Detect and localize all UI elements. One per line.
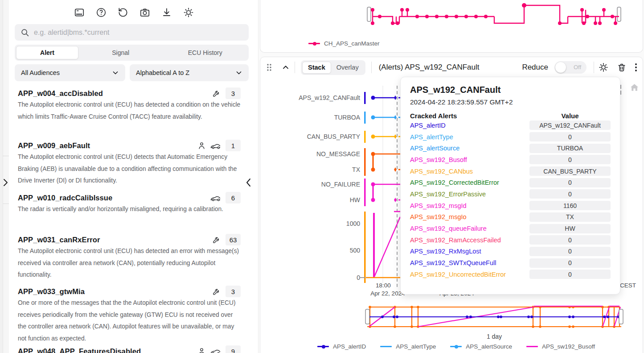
tab-alert[interactable]: Alert — [16, 46, 78, 59]
legend-marker — [450, 346, 462, 347]
person-icon — [197, 141, 206, 150]
legend-marker — [308, 43, 320, 44]
collapse-chevron-up-icon[interactable] — [281, 62, 291, 72]
tooltip-title: APS_w192_CANFault — [410, 85, 611, 95]
alert-chart-card: Stack Overlay (Alerts) APS_w192_CANFault… — [260, 57, 643, 353]
list-item[interactable]: APP_w033_gtwMia 3 One or more of the mes… — [18, 286, 241, 297]
chart-workspace: CH_APS_canMaster Stack Overlay (Alerts) … — [259, 0, 644, 353]
nav-handle-left[interactable] — [365, 309, 369, 324]
audience-dropdown[interactable]: All Audiences — [15, 64, 125, 81]
overlay-button[interactable]: Overlay — [331, 62, 364, 74]
chevron-down-icon — [112, 69, 119, 76]
kebab-menu-icon[interactable] — [635, 62, 637, 73]
drag-handle-icon[interactable] — [266, 62, 273, 72]
chart-header: Stack Overlay (Alerts) APS_w192_CANFault… — [260, 57, 643, 78]
search-icon — [20, 28, 30, 37]
alert-description: One or more of the messages that the the… — [18, 297, 241, 345]
collapse-panel-chevron-left-icon[interactable] — [244, 177, 254, 188]
tab-bar: Alert Signal ECU History — [15, 45, 249, 61]
range-handle-left[interactable] — [367, 7, 371, 21]
stack-overlay-toggle: Stack Overlay — [301, 60, 365, 75]
list-item[interactable]: APP_w031_canRxError 63 The Autopilot ele… — [18, 234, 241, 245]
rail-divider — [3, 203, 9, 204]
tooltip-row: APS_sw192_ErrorPassive0 — [410, 188, 611, 200]
reduce-label: Reduce — [522, 63, 548, 72]
tooltip-row: APS_alertSourceTURBOA — [410, 142, 611, 154]
alert-description: The radar is vertically and/or horizonta… — [18, 203, 241, 216]
range-handle-right[interactable] — [617, 7, 621, 21]
legend-label: APS_alertSource — [466, 343, 512, 350]
tooltip-row: APS_sw192_SWTxQueueFull0 — [410, 257, 611, 269]
rotate-ccw-icon[interactable] — [117, 7, 129, 18]
alert-description: The Autopilot electronic control unit (E… — [18, 99, 241, 123]
tooltip-col-value: Value — [529, 112, 611, 120]
list-item[interactable]: APP_w048_APP_FeaturesDisabled 9 — [18, 345, 241, 353]
search-input[interactable] — [34, 29, 243, 37]
wrench-icon — [212, 235, 221, 245]
tab-signal[interactable]: Signal — [78, 46, 163, 59]
trash-icon[interactable] — [617, 62, 627, 73]
legend-item[interactable]: CH_APS_canMaster — [308, 40, 380, 47]
tooltip-table-header: Cracked Alerts Value — [410, 112, 611, 120]
sort-dropdown[interactable]: Alphabetical A to Z — [130, 64, 249, 81]
car-icon — [210, 193, 221, 203]
legend-label: APS_sw192_Busoff — [542, 343, 595, 350]
alert-count-badge: 3 — [226, 87, 241, 99]
reduce-toggle[interactable]: Off — [554, 61, 587, 74]
tooltip-row: APS_sw192_CorrectedBitError0 — [410, 177, 611, 188]
alert-description: The Autopilot electronic control unit (E… — [18, 151, 241, 187]
tooltip-row: APS_sw192_RamAccessFailed0 — [410, 234, 611, 246]
tab-ecu-history[interactable]: ECU History — [163, 46, 248, 59]
camera-icon[interactable] — [139, 7, 151, 18]
alert-id: APP_w010_radcCalibIssue — [18, 194, 210, 202]
alert-id: APP_w033_gtwMia — [18, 287, 212, 296]
search-bar — [15, 24, 249, 41]
alert-count-badge: 9 — [226, 345, 241, 353]
tooltip-row: APS_sw192_queueFailureHW — [410, 223, 611, 234]
overview-chart[interactable] — [260, 0, 643, 33]
home-icon[interactable] — [629, 83, 640, 93]
help-icon[interactable] — [95, 7, 107, 18]
tooltip-row: APS_alertIDAPS_w192_CANFault — [410, 120, 611, 131]
navigator-chart[interactable] — [364, 303, 625, 331]
gear-icon[interactable] — [183, 7, 194, 18]
legend-item[interactable]: APS_alertType — [380, 343, 436, 350]
legend-marker — [380, 346, 392, 347]
download-icon[interactable] — [161, 7, 172, 18]
sort-dropdown-value: Alphabetical A to Z — [136, 69, 189, 76]
alert-count-badge: 6 — [226, 192, 241, 203]
stack-button[interactable]: Stack — [302, 62, 331, 74]
legend-item[interactable]: APS_sw192_Busoff — [526, 343, 595, 350]
sidebar-toolbar — [9, 5, 258, 20]
navigator-range-label: 1 day — [456, 333, 532, 340]
nav-handle-right[interactable] — [619, 309, 623, 324]
legend-item[interactable]: APS_alertID — [317, 343, 366, 350]
legend-marker — [317, 346, 329, 347]
list-item[interactable]: APP_w004_accDisabled 3 The Autopilot ele… — [18, 87, 241, 99]
calendar-icon[interactable] — [74, 7, 85, 18]
tooltip-row: APS_alertType0 — [410, 131, 611, 143]
legend-label: APS_alertID — [333, 343, 366, 350]
toggle-knob — [555, 62, 566, 73]
tooltip-row: APS_sw192_RxMsgLost0 — [410, 246, 611, 257]
chart-legend: APS_alertID APS_alertType APS_alertSourc… — [317, 343, 629, 350]
audience-dropdown-value: All Audiences — [21, 69, 60, 76]
legend-item[interactable]: APS_alertSource — [450, 343, 512, 350]
tooltip-row: APS_sw192_msgIoTX — [410, 212, 611, 223]
alert-count-badge: 63 — [226, 234, 241, 245]
gear-icon[interactable] — [598, 62, 609, 73]
collapsed-side-rail — [0, 0, 9, 353]
alert-count-badge: 3 — [226, 286, 241, 297]
x-axis-tick: 18:00 — [369, 282, 397, 289]
tooltip-row: APS_sw192_Busoff0 — [410, 154, 611, 166]
alert-id: APP_w009_aebFault — [18, 141, 197, 150]
car-icon — [210, 141, 221, 150]
alert-description: The Autopilot electronic control unit (E… — [18, 245, 241, 281]
rail-inner — [3, 0, 9, 353]
list-item[interactable]: APP_w010_radcCalibIssue 6 The radar is v… — [18, 192, 241, 203]
list-item[interactable]: APP_w009_aebFault 1 The Autopilot electr… — [18, 140, 241, 151]
expand-rail-chevron-right-icon[interactable] — [2, 178, 9, 187]
chevron-down-icon — [235, 69, 242, 76]
alert-count-badge: 1 — [226, 140, 241, 151]
tooltip-row: APS_sw192_UncorrectedBitError0 — [410, 269, 611, 280]
